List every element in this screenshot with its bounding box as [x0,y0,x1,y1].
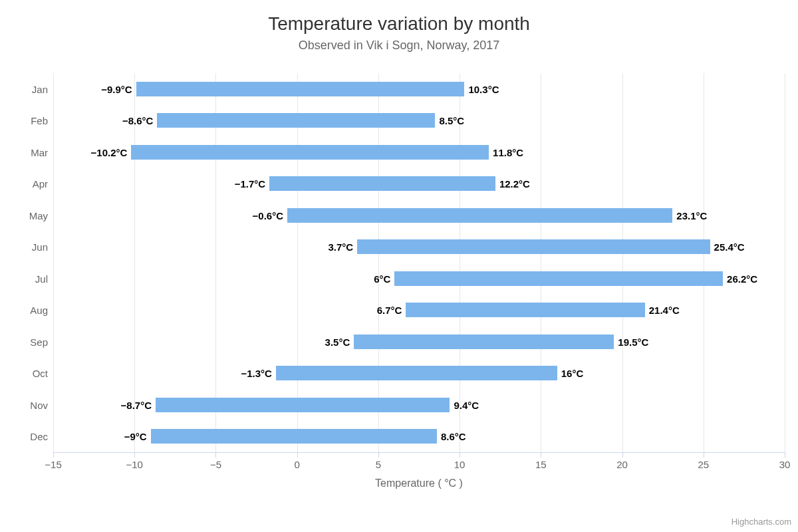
bar-high-label: 12.2°C [499,178,530,190]
x-axis-line [53,452,785,453]
x-tickmark [297,452,298,458]
y-category-label: Jul [35,273,48,284]
gridline [378,73,379,452]
bar-low-label: 6.7°C [377,305,402,316]
bar-low-label: −8.6°C [122,115,153,126]
y-category-label: Oct [33,368,48,379]
y-category-label: Jan [32,83,48,94]
bar-high-label: 19.5°C [618,336,648,347]
range-bar [276,366,557,380]
x-tickmark [541,452,541,458]
gridline [622,73,623,452]
credits-link[interactable]: Highcharts.com [732,517,791,527]
x-axis-title: Temperature ( °C ) [53,477,785,489]
bar-low-label: −9°C [124,431,147,442]
gridline [785,73,785,452]
range-bar [269,176,495,191]
bar-low-label: −10.2°C [91,146,128,158]
gridline [460,73,460,452]
bar-low-label: 3.5°C [325,336,350,347]
range-bar [157,113,435,128]
gridline [215,73,216,452]
x-tick-label: 15 [535,459,547,470]
bar-high-label: 11.8°C [493,146,523,158]
x-tickmark [134,452,135,458]
bar-low-label: −1.3°C [241,368,271,379]
bar-low-label: 6°C [374,273,390,284]
bar-high-label: 23.1°C [676,209,707,221]
range-bar [156,398,450,412]
bar-high-label: 21.4°C [649,305,680,316]
x-tickmark [704,452,704,458]
x-tickmark [378,452,379,458]
bar-high-label: 10.3°C [468,83,499,94]
bar-low-label: −0.6°C [253,209,283,221]
x-tickmark [215,452,216,458]
y-category-label: Jun [32,241,48,253]
range-bar [354,334,614,349]
bar-high-label: 25.4°C [714,241,745,253]
range-bar [131,145,489,160]
y-category-label: Feb [31,115,48,126]
gridline [297,73,298,452]
range-bar [357,239,710,254]
range-bar [151,429,437,444]
bar-low-label: −1.7°C [235,178,265,190]
x-tick-label: 25 [698,459,709,470]
bar-low-label: 3.7°C [328,241,353,253]
bar-high-label: 8.6°C [441,431,466,442]
bar-low-label: −8.7°C [121,399,152,410]
x-tickmark [460,452,460,458]
x-tick-label: −10 [126,459,142,470]
chart-subtitle: Observed in Vik i Sogn, Norway, 2017 [0,39,798,53]
range-bar [406,303,644,317]
gridline [704,73,704,452]
bar-high-label: 16°C [561,368,584,379]
plot-area: Temperature ( °C ) −15−10−5051015202530J… [53,73,785,452]
range-bar [287,208,672,223]
range-bar [394,271,723,286]
gridline [134,73,135,452]
bar-high-label: 8.5°C [439,115,464,126]
x-tick-label: −15 [45,459,61,470]
x-tick-label: 30 [779,459,791,470]
bar-low-label: −9.9°C [101,83,132,94]
x-tickmark [622,452,623,458]
bar-high-label: 9.4°C [454,399,479,410]
x-tick-label: 0 [294,459,299,470]
range-bar [136,82,465,96]
gridline [53,73,54,452]
bar-high-label: 26.2°C [727,273,757,284]
x-tick-label: 5 [376,459,381,470]
x-tick-label: 20 [616,459,628,470]
x-tick-label: −5 [210,459,221,470]
y-category-label: Dec [30,431,48,442]
chart-title: Temperature variation by month [0,13,798,35]
y-category-label: Mar [31,146,48,158]
y-category-label: Aug [30,305,48,316]
y-category-label: May [29,209,48,221]
gridline [541,73,541,452]
x-tickmark [785,452,785,458]
y-category-label: Apr [33,178,48,190]
x-tick-label: 10 [454,459,466,470]
chart-container: Temperature variation by month Observed … [0,0,798,532]
x-tickmark [53,452,54,458]
y-category-label: Sep [30,336,48,347]
y-category-label: Nov [30,399,48,410]
